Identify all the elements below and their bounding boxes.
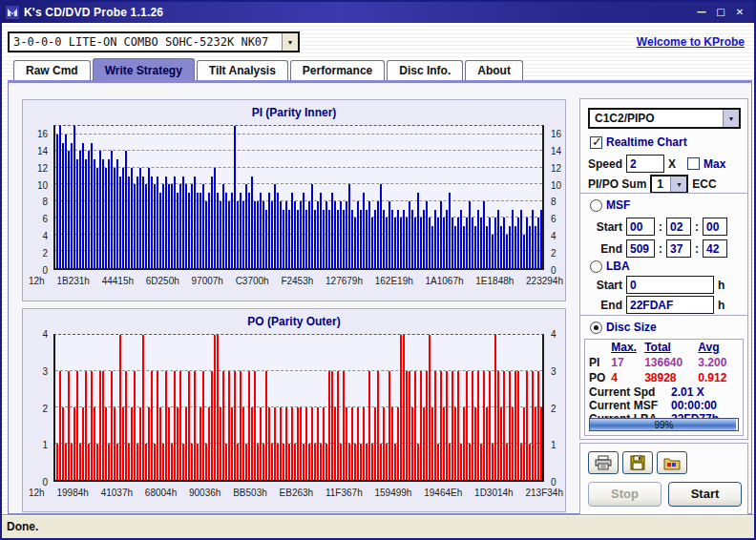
welcome-link[interactable]: Welcome to KProbe	[637, 35, 745, 49]
bar	[320, 444, 322, 480]
tab-tilt-analysis[interactable]: Tilt Analysis	[197, 60, 288, 80]
bar	[440, 371, 442, 480]
chevron-down-icon[interactable]: ▼	[282, 33, 298, 51]
close-icon[interactable]: ✕	[731, 5, 748, 20]
bar	[517, 371, 519, 480]
y-tick-label: 8	[25, 197, 48, 207]
bar	[357, 201, 359, 268]
bar	[340, 201, 342, 268]
disc-size-radio[interactable]	[590, 322, 602, 334]
bar	[85, 159, 87, 268]
po-chart-panel: PO (Parity Outer) 01234 01234 12h19984h4…	[22, 308, 566, 512]
bar	[337, 371, 339, 480]
bar	[466, 371, 468, 480]
bar	[159, 407, 161, 480]
realtime-chart-checkbox[interactable]	[590, 136, 602, 149]
msf-start-min[interactable]	[626, 218, 655, 236]
bar	[540, 210, 542, 268]
bar	[512, 210, 514, 268]
snapshot-button[interactable]	[657, 451, 687, 474]
tab-disc-info-[interactable]: Disc Info.	[387, 60, 463, 80]
bar	[102, 159, 104, 268]
bar	[240, 193, 242, 268]
bar	[271, 444, 273, 480]
tab-write-strategy[interactable]: Write Strategy	[93, 58, 195, 80]
start-button[interactable]: Start	[668, 482, 742, 507]
msf-start-sec[interactable]	[666, 218, 691, 236]
x-tick-label: 68004h	[145, 488, 177, 498]
device-selector[interactable]: 3-0-0-0 LITE-ON COMBO SOHC-5232K NK07 ▼	[8, 31, 300, 52]
lba-start-input[interactable]	[626, 276, 714, 294]
bar	[532, 371, 534, 480]
msf-end-min[interactable]	[626, 239, 655, 258]
x-tick-label: C3700h	[236, 276, 269, 286]
pipo-sum-select[interactable]: 1 ▼	[650, 175, 688, 194]
bar	[535, 226, 536, 268]
x-tick-label: 19464Eh	[424, 488, 462, 498]
msf-end-sec[interactable]	[666, 239, 691, 258]
msf-end-frame[interactable]	[703, 239, 727, 258]
bar	[205, 201, 207, 268]
bar	[274, 407, 276, 480]
msf-radio[interactable]	[590, 199, 602, 212]
bar	[125, 371, 127, 480]
bar	[311, 184, 313, 268]
bar	[85, 371, 87, 480]
bar	[159, 193, 161, 268]
bar	[222, 371, 224, 480]
bar	[177, 407, 178, 480]
mode-selector[interactable]: C1C2/PIPO ▼	[588, 108, 741, 129]
y-tick-label: 4	[25, 231, 48, 241]
y-tick-label: 4	[25, 329, 48, 340]
save-button[interactable]	[622, 451, 653, 474]
bar	[122, 407, 124, 480]
max-speed-checkbox[interactable]	[687, 157, 700, 170]
y-tick-label: 6	[25, 214, 48, 224]
bar	[492, 235, 494, 268]
bar	[454, 407, 456, 480]
app-window: K's CD/DVD Probe 1.1.26 — □ ✕ 3-0-0-0 LI…	[0, 0, 756, 540]
tab-performance[interactable]: Performance	[290, 60, 385, 80]
speed-input[interactable]	[626, 155, 664, 173]
bar	[472, 218, 473, 268]
plot-area	[53, 125, 544, 270]
bar	[122, 168, 124, 268]
bar	[497, 371, 499, 480]
chevron-down-icon[interactable]: ▼	[723, 110, 739, 127]
tab-about[interactable]: About	[465, 60, 523, 80]
bar	[268, 407, 270, 480]
bar	[76, 371, 78, 480]
bar	[480, 444, 482, 480]
bar	[469, 444, 471, 480]
bar	[305, 210, 307, 268]
maximize-icon[interactable]: □	[712, 5, 729, 20]
bar	[371, 444, 373, 480]
bar	[457, 218, 459, 268]
chevron-down-icon[interactable]: ▼	[670, 177, 686, 192]
bar	[65, 135, 67, 268]
bar	[285, 407, 287, 480]
bar	[346, 201, 347, 268]
bar	[108, 444, 110, 480]
bar	[437, 444, 439, 480]
bar	[177, 193, 178, 268]
bar	[142, 177, 144, 268]
bar	[179, 371, 181, 480]
bar	[171, 444, 173, 480]
minimize-icon[interactable]: —	[693, 5, 710, 20]
speed-unit: X	[668, 157, 676, 171]
stats-row-pi: PI171366403.200	[585, 355, 743, 370]
lba-end-input[interactable]	[626, 296, 714, 314]
bar	[165, 177, 167, 268]
lba-radio[interactable]	[590, 260, 602, 273]
bar	[420, 218, 422, 268]
stop-button[interactable]: Stop	[588, 482, 662, 507]
bar	[434, 210, 436, 268]
bar	[265, 210, 267, 268]
tab-raw-cmd[interactable]: Raw Cmd	[13, 60, 91, 80]
x-tick-label: 11F367h	[326, 488, 363, 498]
msf-start-frame[interactable]	[703, 218, 727, 236]
bar	[285, 201, 287, 268]
y-tick-label: 2	[551, 248, 575, 259]
print-button[interactable]	[588, 451, 619, 474]
